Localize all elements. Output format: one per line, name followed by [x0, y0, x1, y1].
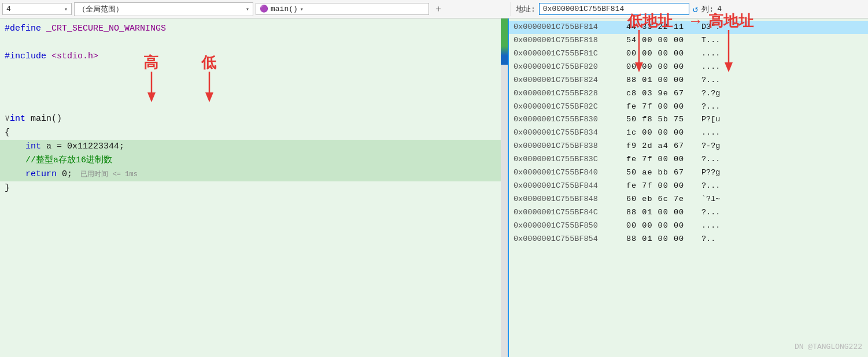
mem-chars: ?.. — [701, 233, 863, 246]
mem-addr: 0x0000001C755BF814 — [514, 21, 626, 34]
mem-chars: ?... — [701, 101, 863, 113]
watermark: DN @TANGLONG222 — [795, 343, 862, 351]
refresh-icon[interactable]: ↺ — [693, 3, 699, 15]
mem-bytes: 44 33 22 11 — [626, 21, 701, 34]
mem-chars: .... — [701, 61, 863, 73]
mem-addr: 0x0000001C755BF828 — [514, 88, 626, 100]
memory-row: 0x0000001C755BF82000 00 00 00.... — [509, 61, 868, 74]
mem-addr: 0x0000001C755BF818 — [514, 35, 626, 47]
macro-name: _CRT_SECURE_NO_WARNINGS — [46, 22, 166, 36]
mem-addr: 0x0000001C755BF838 — [514, 140, 626, 153]
memory-row: 0x0000001C755BF83Cfe 7f 00 00?... — [509, 153, 868, 166]
keyword-include: #include — [5, 50, 51, 64]
mem-addr: 0x0000001C755BF840 — [514, 167, 626, 179]
time-hint: 已用时间 <= 1ms — [72, 169, 138, 180]
scope-num-value: 4 — [6, 5, 11, 13]
memory-row: 0x0000001C755BF84C88 01 00 00?... — [509, 206, 868, 220]
code-line-return: return 0; 已用时间 <= 1ms — [0, 168, 508, 181]
mem-chars: D3". — [701, 21, 863, 34]
mem-chars: P??g — [701, 167, 863, 179]
memory-row: 0x0000001C755BF84050 ae bb 67P??g — [509, 166, 868, 180]
mem-bytes: 88 01 00 00 — [626, 207, 701, 219]
code-scrollbar[interactable] — [501, 18, 508, 357]
var-assignment: a = 0x11223344; — [41, 140, 124, 154]
main-func: main() — [25, 112, 62, 126]
mem-bytes: 50 ae bb 67 — [626, 167, 701, 179]
memory-row: 0x0000001C755BF8341c 00 00 00.... — [509, 127, 868, 140]
indent-spaces — [5, 140, 25, 154]
mem-chars: T... — [701, 35, 863, 47]
address-value: 0x0000001C755BF814 — [543, 5, 624, 13]
mem-addr: 0x0000001C755BF844 — [514, 180, 626, 192]
mem-addr: 0x0000001C755BF848 — [514, 194, 626, 206]
mem-bytes: fe 7f 00 00 — [626, 101, 701, 113]
scope-num-dropdown[interactable]: 4 ▾ — [2, 3, 72, 15]
memory-row: 0x0000001C755BF82Cfe 7f 00 00?... — [509, 101, 868, 114]
mem-chars: ?-?g — [701, 140, 863, 153]
mem-bytes: f9 2d a4 67 — [626, 140, 701, 153]
code-line-blank — [0, 36, 508, 50]
mem-chars: .... — [701, 48, 863, 60]
code-line-comment: //整型a存放16进制数 — [0, 154, 508, 168]
scope-name-dropdown[interactable]: （全局范围） ▾ — [74, 2, 253, 16]
add-watch-button[interactable]: ＋ — [434, 3, 443, 15]
mem-chars: ?... — [701, 207, 863, 219]
return-val: 0; — [57, 168, 72, 181]
function-value: main() — [271, 5, 298, 13]
mem-bytes: 88 01 00 00 — [626, 233, 701, 246]
function-dropdown[interactable]: 🟣 main() ▾ — [256, 3, 429, 15]
address-label: 地址: — [516, 4, 535, 14]
code-line-include: #include <stdio.h> — [0, 50, 508, 64]
mem-chars: .... — [701, 127, 863, 139]
mem-chars: ?... — [701, 154, 863, 166]
mem-chars: `?l~ — [701, 194, 863, 206]
memory-row: 0x0000001C755BF84860 eb 6c 7e`?l~ — [509, 193, 868, 206]
toolbar-left: 4 ▾ （全局范围） ▾ 🟣 main() ▾ ＋ — [2, 2, 511, 16]
include-path: <stdio.h> — [51, 50, 98, 64]
mem-bytes: fe 7f 00 00 — [626, 180, 701, 192]
col-value: 4 — [717, 5, 722, 13]
mem-addr: 0x0000001C755BF81C — [514, 48, 626, 60]
scope-name-arrow: ▾ — [246, 6, 249, 13]
code-line-main: ∨int main() — [0, 112, 508, 126]
memory-pane[interactable]: 0x0000001C755BF81444 33 22 11D3".0x00000… — [509, 18, 868, 357]
mem-bytes: 1c 00 00 00 — [626, 127, 701, 139]
toolbar: 4 ▾ （全局范围） ▾ 🟣 main() ▾ ＋ 地址: 0x0000001C… — [0, 0, 868, 18]
mem-addr: 0x0000001C755BF850 — [514, 220, 626, 232]
mem-addr: 0x0000001C755BF854 — [514, 233, 626, 246]
memory-row: 0x0000001C755BF838f9 2d a4 67?-?g — [509, 140, 868, 153]
content-area: 高 低 #define _CRT_SECURE_NO_WARNINGS — [0, 18, 868, 357]
mem-bytes: 60 eb 6c 7e — [626, 194, 701, 206]
code-line: #define _CRT_SECURE_NO_WARNINGS — [0, 22, 508, 36]
code-line-open-brace: { — [0, 126, 508, 140]
address-input[interactable]: 0x0000001C755BF814 — [539, 3, 689, 15]
mem-addr: 0x0000001C755BF824 — [514, 75, 626, 87]
mem-chars: ?... — [701, 180, 863, 192]
indent2 — [5, 154, 25, 168]
memory-row: 0x0000001C755BF844fe 7f 00 00?... — [509, 180, 868, 193]
mem-addr: 0x0000001C755BF82C — [514, 101, 626, 113]
open-brace: { — [5, 126, 10, 140]
mem-bytes: fe 7f 00 00 — [626, 154, 701, 166]
keyword-int-main: int — [10, 112, 25, 126]
memory-row: 0x0000001C755BF81C00 00 00 00.... — [509, 47, 868, 61]
memory-row: 0x0000001C755BF85000 00 00 00.... — [509, 220, 868, 233]
code-line-int-a: int a = 0x11223344; — [0, 140, 508, 154]
code-lines: #define _CRT_SECURE_NO_WARNINGS #include… — [0, 18, 508, 199]
mem-addr: 0x0000001C755BF834 — [514, 127, 626, 139]
function-icon: 🟣 — [260, 5, 268, 13]
main-container: 4 ▾ （全局范围） ▾ 🟣 main() ▾ ＋ 地址: 0x0000001C… — [0, 0, 868, 357]
mem-chars: .... — [701, 220, 863, 232]
code-pane[interactable]: 高 低 #define _CRT_SECURE_NO_WARNINGS — [0, 18, 509, 357]
memory-row: 0x0000001C755BF81854 00 00 00T... — [509, 34, 868, 47]
scope-name-value: （全局范围） — [78, 4, 123, 14]
indent3 — [5, 168, 25, 181]
mem-bytes: 00 00 00 00 — [626, 220, 701, 232]
code-line-close-brace: } — [0, 181, 508, 195]
mem-bytes: 88 01 00 00 — [626, 75, 701, 87]
mem-chars: ?.?g — [701, 88, 863, 100]
mem-bytes: 00 00 00 00 — [626, 48, 701, 60]
col-label: 列: — [701, 4, 714, 14]
memory-row: 0x0000001C755BF85488 01 00 00?.. — [509, 233, 868, 246]
code-scrollbar-thumb — [501, 18, 508, 65]
